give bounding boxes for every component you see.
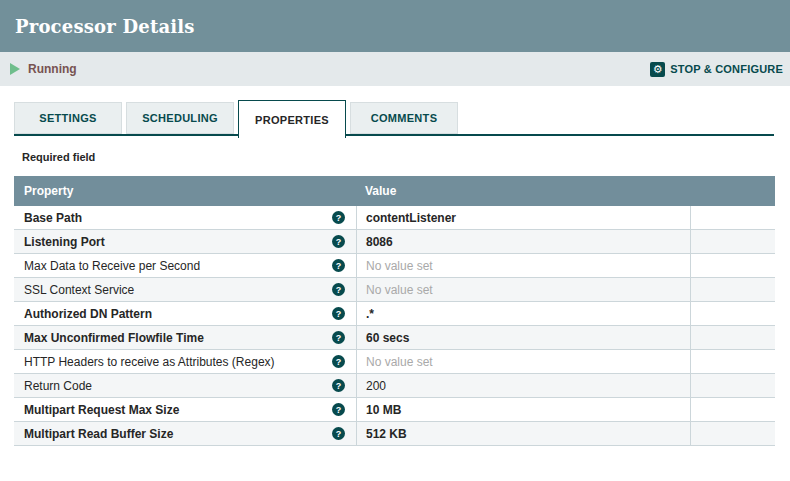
property-value: No value set: [366, 259, 433, 273]
property-value: No value set: [366, 355, 433, 369]
properties-table: Property Value Base Path ? contentListen…: [14, 176, 775, 446]
stop-and-configure-button[interactable]: ⚙ STOP & CONFIGURE: [650, 62, 783, 77]
help-question-icon[interactable]: ?: [332, 403, 345, 416]
table-row: Max Unconfirmed Flowfile Time ? 60 secs: [14, 326, 775, 350]
property-cell: Max Data to Receive per Second ?: [14, 254, 356, 277]
table-row: Listening Port ? 8086: [14, 230, 775, 254]
property-value: No value set: [366, 283, 433, 297]
property-label: SSL Context Service: [24, 283, 332, 297]
tab-settings[interactable]: SETTINGS: [14, 102, 122, 134]
required-field-hint: Required field: [22, 151, 790, 163]
property-cell: Multipart Read Buffer Size ?: [14, 422, 356, 445]
table-row: Max Data to Receive per Second ? No valu…: [14, 254, 775, 278]
status-label: Running: [28, 62, 77, 76]
property-value: 60 secs: [366, 331, 409, 345]
property-value: 8086: [366, 235, 393, 249]
table-header-row: Property Value: [14, 176, 775, 206]
help-question-icon[interactable]: ?: [332, 331, 345, 344]
tab-properties[interactable]: PROPERTIES: [238, 100, 346, 138]
help-question-icon[interactable]: ?: [332, 355, 345, 368]
tab-comments[interactable]: COMMENTS: [350, 102, 458, 134]
row-extra-cell: [690, 422, 775, 445]
property-label: Multipart Request Max Size: [24, 403, 332, 417]
property-cell: Base Path ?: [14, 206, 356, 229]
column-header-value: Value: [356, 184, 690, 198]
table-row: Multipart Request Max Size ? 10 MB: [14, 398, 775, 422]
table-row: HTTP Headers to receive as Attributes (R…: [14, 350, 775, 374]
help-question-icon[interactable]: ?: [332, 259, 345, 272]
property-cell: Listening Port ?: [14, 230, 356, 253]
property-value: 10 MB: [366, 403, 401, 417]
row-extra-cell: [690, 206, 775, 229]
property-value: contentListener: [366, 211, 456, 225]
property-label: Authorized DN Pattern: [24, 307, 332, 321]
property-value: 200: [366, 379, 386, 393]
table-row: Return Code ? 200: [14, 374, 775, 398]
property-cell: SSL Context Service ?: [14, 278, 356, 301]
property-label: Max Unconfirmed Flowfile Time: [24, 331, 332, 345]
property-cell: HTTP Headers to receive as Attributes (R…: [14, 350, 356, 373]
help-question-icon[interactable]: ?: [332, 235, 345, 248]
value-cell: No value set: [356, 278, 690, 301]
property-label: Base Path: [24, 211, 332, 225]
property-label: Max Data to Receive per Second: [24, 259, 332, 273]
property-label: Listening Port: [24, 235, 332, 249]
processor-status: Running: [10, 62, 77, 76]
table-row: Base Path ? contentListener: [14, 206, 775, 230]
gear-icon: ⚙: [650, 62, 665, 77]
value-cell: No value set: [356, 350, 690, 373]
property-cell: Max Unconfirmed Flowfile Time ?: [14, 326, 356, 349]
table-row: SSL Context Service ? No value set: [14, 278, 775, 302]
dialog-title: Processor Details: [15, 16, 195, 37]
property-value: .*: [366, 307, 374, 321]
table-row: Multipart Read Buffer Size ? 512 KB: [14, 422, 775, 446]
value-cell: 10 MB: [356, 398, 690, 421]
play-icon: [10, 63, 20, 75]
row-extra-cell: [690, 302, 775, 325]
help-question-icon[interactable]: ?: [332, 211, 345, 224]
status-bar: Running ⚙ STOP & CONFIGURE: [0, 52, 790, 86]
value-cell: contentListener: [356, 206, 690, 229]
property-cell: Multipart Request Max Size ?: [14, 398, 356, 421]
tab-scheduling[interactable]: SCHEDULING: [126, 102, 234, 134]
value-cell: 512 KB: [356, 422, 690, 445]
column-header-property: Property: [14, 184, 356, 198]
row-extra-cell: [690, 254, 775, 277]
row-extra-cell: [690, 398, 775, 421]
value-cell: No value set: [356, 254, 690, 277]
row-extra-cell: [690, 278, 775, 301]
help-question-icon[interactable]: ?: [332, 427, 345, 440]
tab-bar: SETTINGS SCHEDULING PROPERTIES COMMENTS: [14, 100, 774, 138]
row-extra-cell: [690, 350, 775, 373]
help-question-icon[interactable]: ?: [332, 283, 345, 296]
help-question-icon[interactable]: ?: [332, 379, 345, 392]
value-cell: 8086: [356, 230, 690, 253]
table-row: Authorized DN Pattern ? .*: [14, 302, 775, 326]
row-extra-cell: [690, 374, 775, 397]
property-label: Return Code: [24, 379, 332, 393]
row-extra-cell: [690, 326, 775, 349]
help-question-icon[interactable]: ?: [332, 307, 345, 320]
property-cell: Authorized DN Pattern ?: [14, 302, 356, 325]
property-label: Multipart Read Buffer Size: [24, 427, 332, 441]
property-value: 512 KB: [366, 427, 407, 441]
value-cell: 200: [356, 374, 690, 397]
row-extra-cell: [690, 230, 775, 253]
value-cell: 60 secs: [356, 326, 690, 349]
value-cell: .*: [356, 302, 690, 325]
property-cell: Return Code ?: [14, 374, 356, 397]
stop-and-configure-label: STOP & CONFIGURE: [670, 63, 783, 75]
property-label: HTTP Headers to receive as Attributes (R…: [24, 355, 332, 369]
dialog-header: Processor Details: [0, 0, 790, 52]
tab-underline: [14, 134, 774, 136]
table-body: Base Path ? contentListener Listening Po…: [14, 206, 775, 446]
